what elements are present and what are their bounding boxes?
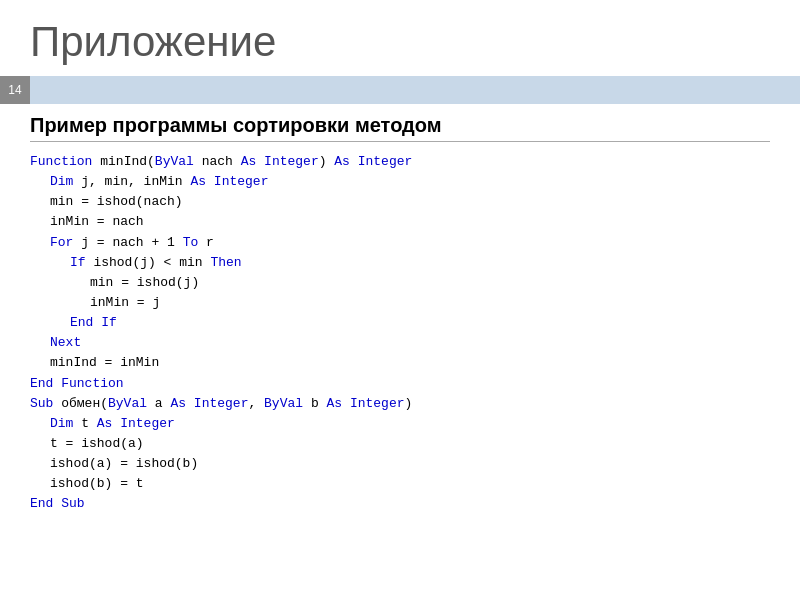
keyword: As Integer (334, 154, 412, 169)
slide-number-bar: 14 (0, 76, 800, 104)
code-text: ishod(b) = t (50, 476, 144, 491)
code-line: Dim t As Integer (30, 414, 770, 434)
keyword: As Integer (326, 396, 404, 411)
slide: Приложение 14 Пример программы сортировк… (0, 0, 800, 600)
code-text: j = nach + 1 (73, 235, 182, 250)
keyword: End Function (30, 376, 124, 391)
code-text: ishod(a) = ishod(b) (50, 456, 198, 471)
keyword: ByVal (108, 396, 147, 411)
code-text: minInd = inMin (50, 355, 159, 370)
section-title: Пример программы сортировки методом (30, 114, 770, 142)
code-text: ishod(j) < min (86, 255, 211, 270)
code-text: nach (194, 154, 241, 169)
code-block: Function minInd(ByVal nach As Integer) A… (30, 152, 770, 515)
code-text: r (198, 235, 214, 250)
code-text: min = ishod(j) (90, 275, 199, 290)
keyword: Then (210, 255, 241, 270)
code-line: Next (30, 333, 770, 353)
code-line: End Sub (30, 494, 770, 514)
code-line: t = ishod(a) (30, 434, 770, 454)
keyword: For (50, 235, 73, 250)
code-line: min = ishod(j) (30, 273, 770, 293)
code-line: Function minInd(ByVal nach As Integer) A… (30, 152, 770, 172)
code-text: j, min, inMin (73, 174, 190, 189)
keyword: As Integer (190, 174, 268, 189)
code-line: minInd = inMin (30, 353, 770, 373)
keyword: Function (30, 154, 92, 169)
code-text: , (248, 396, 264, 411)
code-line: Dim j, min, inMin As Integer (30, 172, 770, 192)
code-line: End If (30, 313, 770, 333)
code-line: For j = nach + 1 To r (30, 233, 770, 253)
code-text: inMin = j (90, 295, 160, 310)
keyword: To (183, 235, 199, 250)
slide-number: 14 (0, 76, 30, 104)
code-text: ) (319, 154, 335, 169)
code-text: b (303, 396, 326, 411)
code-line: End Function (30, 374, 770, 394)
keyword: Sub (30, 396, 53, 411)
keyword: Dim (50, 174, 73, 189)
code-text: обмен( (53, 396, 108, 411)
code-text: ) (405, 396, 413, 411)
keyword: If (70, 255, 86, 270)
content-area: Пример программы сортировки методом Func… (0, 104, 800, 600)
code-line: inMin = j (30, 293, 770, 313)
slide-bar-decoration (30, 76, 800, 104)
code-line: If ishod(j) < min Then (30, 253, 770, 273)
keyword: As Integer (97, 416, 175, 431)
code-line: ishod(a) = ishod(b) (30, 454, 770, 474)
keyword: Next (50, 335, 81, 350)
keyword: Dim (50, 416, 73, 431)
keyword: End Sub (30, 496, 85, 511)
slide-title: Приложение (0, 0, 800, 76)
code-text: a (147, 396, 170, 411)
keyword: As Integer (241, 154, 319, 169)
keyword: End If (70, 315, 117, 330)
code-line: ishod(b) = t (30, 474, 770, 494)
code-text: inMin = nach (50, 214, 144, 229)
keyword: ByVal (155, 154, 194, 169)
code-text: t = ishod(a) (50, 436, 144, 451)
code-line: Sub обмен(ByVal a As Integer, ByVal b As… (30, 394, 770, 414)
keyword: As Integer (170, 396, 248, 411)
code-line: inMin = nach (30, 212, 770, 232)
code-text: t (73, 416, 96, 431)
code-text: minInd( (92, 154, 154, 169)
keyword: ByVal (264, 396, 303, 411)
code-text: min = ishod(nach) (50, 194, 183, 209)
code-line: min = ishod(nach) (30, 192, 770, 212)
